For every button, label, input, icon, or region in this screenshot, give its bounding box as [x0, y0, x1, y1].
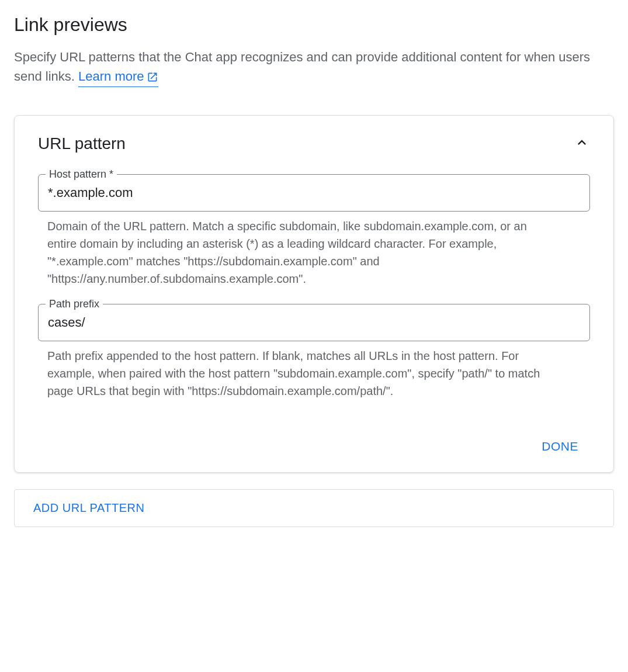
external-link-icon — [147, 67, 158, 86]
url-pattern-card: URL pattern Host pattern * Domain of the… — [14, 115, 614, 473]
add-url-pattern-container: ADD URL PATTERN — [14, 489, 614, 527]
host-pattern-input[interactable] — [48, 185, 580, 200]
path-prefix-label: Path prefix — [46, 298, 103, 310]
learn-more-link[interactable]: Learn more — [78, 67, 158, 87]
card-title: URL pattern — [38, 134, 126, 153]
host-pattern-label: Host pattern * — [46, 168, 117, 181]
chevron-up-icon — [574, 143, 590, 153]
host-pattern-field: Host pattern * — [38, 174, 590, 212]
host-pattern-help: Domain of the URL pattern. Match a speci… — [38, 217, 552, 287]
collapse-toggle[interactable] — [574, 134, 590, 153]
add-url-pattern-button[interactable]: ADD URL PATTERN — [33, 501, 144, 515]
card-header: URL pattern — [38, 134, 590, 153]
host-pattern-group: Host pattern * Domain of the URL pattern… — [38, 174, 590, 287]
card-actions: DONE — [38, 435, 590, 458]
section-title: Link previews — [14, 14, 614, 36]
path-prefix-help: Path prefix appended to the host pattern… — [38, 347, 552, 400]
done-button[interactable]: DONE — [535, 435, 585, 458]
section-description: Specify URL patterns that the Chat app r… — [14, 47, 598, 87]
path-prefix-field: Path prefix — [38, 304, 590, 341]
path-prefix-input[interactable] — [48, 315, 580, 330]
path-prefix-group: Path prefix Path prefix appended to the … — [38, 304, 590, 400]
learn-more-label: Learn more — [78, 67, 144, 86]
